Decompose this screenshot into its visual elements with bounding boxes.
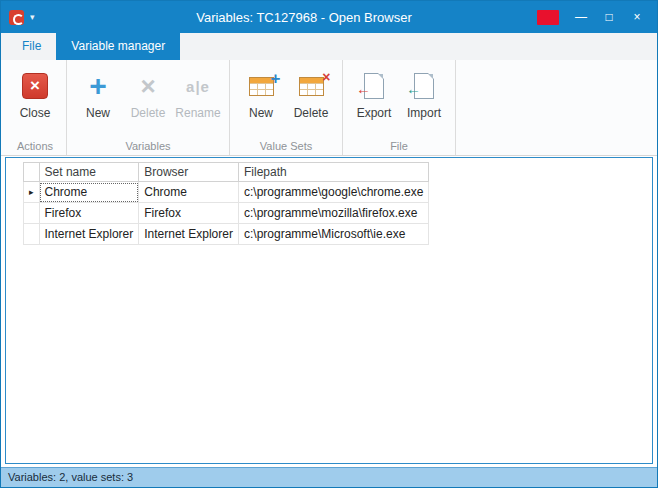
new-variable-button[interactable]: + New <box>73 65 123 120</box>
group-caption-actions: Actions <box>4 140 66 152</box>
ribbon-group-file: ← Export ← Import File <box>343 60 456 155</box>
export-document-icon: ← <box>364 73 384 99</box>
tab-variable-manager[interactable]: Variable manager <box>56 33 180 60</box>
tab-file[interactable]: File <box>7 33 56 60</box>
status-text: Variables: 2, value sets: 3 <box>8 471 133 483</box>
minimize-button[interactable]: — <box>567 6 595 28</box>
cell-set-name[interactable]: Firefox <box>39 203 139 224</box>
delete-variable-label: Delete <box>131 106 166 120</box>
table-new-icon: + <box>249 77 274 96</box>
new-variable-label: New <box>86 106 110 120</box>
variables-grid: Set name Browser Filepath ▸ Chrome Chrom… <box>23 162 429 245</box>
plus-badge-icon: + <box>271 69 281 89</box>
title-bar-left: ▾ <box>1 10 71 25</box>
export-label: Export <box>357 106 392 120</box>
ribbon-group-variables: + New × Delete a|e Rename Variables <box>67 60 230 155</box>
delete-badge-icon: × <box>322 69 330 85</box>
import-button[interactable]: ← Import <box>399 65 449 120</box>
group-caption-file: File <box>343 140 455 152</box>
row-indicator-cell[interactable] <box>24 224 40 245</box>
row-indicator-cell[interactable]: ▸ <box>24 182 40 203</box>
maximize-button[interactable]: □ <box>595 6 623 28</box>
column-header-set-name[interactable]: Set name <box>39 163 139 182</box>
row-indicator-header <box>24 163 40 182</box>
close-button-label: Close <box>20 106 51 120</box>
cell-filepath[interactable]: c:\programme\google\chrome.exe <box>238 182 428 203</box>
grid-row-chrome[interactable]: ▸ Chrome Chrome c:\programme\google\chro… <box>24 182 429 203</box>
rename-variable-button[interactable]: a|e Rename <box>173 65 223 120</box>
close-button[interactable]: × Close <box>10 65 60 120</box>
close-red-icon: × <box>22 73 48 99</box>
variables-panel: Set name Browser Filepath ▸ Chrome Chrom… <box>5 157 653 464</box>
status-bar: Variables: 2, value sets: 3 <box>1 467 657 487</box>
import-label: Import <box>407 106 441 120</box>
export-button[interactable]: ← Export <box>349 65 399 120</box>
grid-row-internet-explorer[interactable]: Internet Explorer Internet Explorer c:\p… <box>24 224 429 245</box>
column-header-browser[interactable]: Browser <box>139 163 239 182</box>
ribbon: × Close Actions + New × Delete a|e Renam… <box>1 60 657 156</box>
grid-header-row: Set name Browser Filepath <box>24 163 429 182</box>
group-caption-variables: Variables <box>67 140 229 152</box>
window-controls: — □ × <box>537 6 657 28</box>
import-document-icon: ← <box>414 73 434 99</box>
ribbon-group-actions: × Close Actions <box>4 60 67 155</box>
app-window: ▾ Variables: TC127968 - Open Browser — □… <box>0 0 658 488</box>
cell-browser[interactable]: Chrome <box>139 182 239 203</box>
ribbon-tab-bar: File Variable manager <box>1 33 657 60</box>
focused-row-arrow-icon: ▸ <box>29 187 34 197</box>
column-header-filepath[interactable]: Filepath <box>238 163 428 182</box>
window-title: Variables: TC127968 - Open Browser <box>71 10 537 25</box>
cell-filepath[interactable]: c:\programme\mozilla\firefox.exe <box>238 203 428 224</box>
titlebar-red-button[interactable] <box>537 10 559 25</box>
app-icon[interactable] <box>9 10 24 25</box>
plus-icon: + <box>89 71 107 101</box>
grid-row-firefox[interactable]: Firefox Firefox c:\programme\mozilla\fir… <box>24 203 429 224</box>
rename-variable-label: Rename <box>175 106 220 120</box>
cell-set-name[interactable]: Internet Explorer <box>39 224 139 245</box>
close-window-button[interactable]: × <box>623 6 651 28</box>
quick-access-chevron-icon[interactable]: ▾ <box>30 12 35 22</box>
delete-x-icon: × <box>140 72 155 100</box>
delete-value-set-button[interactable]: × Delete <box>286 65 336 120</box>
group-caption-value-sets: Value Sets <box>230 140 342 152</box>
cell-set-name[interactable]: Chrome <box>39 182 139 203</box>
table-delete-icon: × <box>299 77 324 96</box>
title-bar: ▾ Variables: TC127968 - Open Browser — □… <box>1 1 657 33</box>
export-arrow-icon: ← <box>356 80 371 97</box>
row-indicator-cell[interactable] <box>24 203 40 224</box>
import-arrow-icon: ← <box>406 80 421 97</box>
cell-filepath[interactable]: c:\programme\Microsoft\ie.exe <box>238 224 428 245</box>
new-value-set-button[interactable]: + New <box>236 65 286 120</box>
delete-variable-button[interactable]: × Delete <box>123 65 173 120</box>
cell-browser[interactable]: Internet Explorer <box>139 224 239 245</box>
new-value-set-label: New <box>249 106 273 120</box>
ribbon-group-value-sets: + New × Delete Value Sets <box>230 60 343 155</box>
delete-value-set-label: Delete <box>294 106 329 120</box>
rename-icon: a|e <box>186 78 210 95</box>
cell-browser[interactable]: Firefox <box>139 203 239 224</box>
